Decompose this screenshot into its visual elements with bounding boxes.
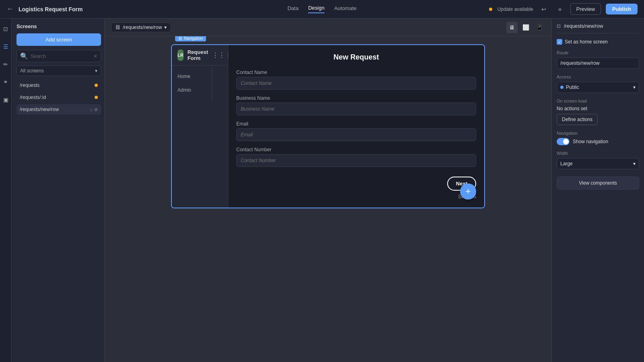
label-email: Email: [236, 121, 476, 127]
publish-button[interactable]: Publish: [606, 4, 638, 14]
label-business-name: Business Name: [236, 95, 476, 101]
preview-frame: ⛓ Navigation LR Request Form ⋮⋮⋮ Home Ad…: [171, 44, 485, 208]
set-home-row[interactable]: ✓ Set as home screen: [557, 39, 639, 45]
canvas-area: ⛓ Navigation LR Request Form ⋮⋮⋮ Home Ad…: [105, 36, 551, 362]
chevron-down-icon-route: ▾: [164, 25, 167, 30]
topbar-right: Update available ↩ ⎆ Preview Publish: [489, 3, 638, 15]
update-label: Update available: [497, 6, 533, 12]
component-icon[interactable]: ▣: [0, 94, 11, 105]
screen-item-requests-id[interactable]: /requests/:id: [17, 92, 101, 103]
nav-item-home[interactable]: Home: [172, 70, 212, 82]
tab-automate[interactable]: Automate: [334, 5, 357, 13]
form-group-contact-name: Contact Name: [236, 70, 476, 90]
panel-screen-icon: ⊡: [557, 23, 561, 29]
access-section: Access Public ▾: [557, 74, 639, 93]
preview-content: New Request Contact Name Business Name E…: [228, 45, 484, 208]
lock-icon-sm: ⊘: [94, 107, 98, 112]
tab-data[interactable]: Data: [287, 5, 298, 13]
left-sidebar: ⊡ ☰ ✏ ⚭ ▣ Screens Add screen 🔍 ✕ All scr…: [0, 19, 105, 362]
set-home-checkbox[interactable]: ✓: [557, 39, 562, 45]
route-pill[interactable]: ⛓ /requests/new/row ▾: [111, 23, 171, 32]
input-business-name[interactable]: [236, 103, 476, 115]
screens-title: Screens: [17, 23, 101, 29]
preview-nav-header: LR Request Form ⋮⋮⋮: [172, 45, 228, 66]
navigation-label: Navigation: [557, 131, 639, 136]
view-components-button[interactable]: View components: [557, 177, 639, 189]
update-dot: [489, 8, 492, 11]
app-title: Logistics Request Form: [19, 6, 484, 12]
link-icon[interactable]: ⚭: [0, 76, 11, 88]
input-contact-name[interactable]: [236, 77, 476, 90]
tab-design[interactable]: Design: [308, 5, 324, 13]
pencil-icon[interactable]: ✏: [0, 59, 11, 70]
access-label: Access: [557, 74, 639, 79]
canvas-view-toggles: 🖥 ⬜ 📱: [506, 22, 545, 33]
screen-path-requests-id: /requests/:id: [20, 95, 46, 100]
width-select[interactable]: Large ▾: [557, 158, 639, 169]
width-value: Large: [560, 161, 573, 167]
nav-logo: LR: [178, 49, 184, 61]
on-screen-load-section: On screen load No actions set Define act…: [557, 99, 639, 125]
access-chevron-icon: ▾: [633, 84, 636, 90]
chevron-down-icon: ▾: [95, 68, 97, 74]
undo-button[interactable]: ↩: [538, 4, 549, 15]
width-label: Width: [557, 151, 639, 156]
form-group-business-name: Business Name: [236, 95, 476, 115]
screens-panel: Screens Add screen 🔍 ✕ All screens ▾ /re…: [12, 19, 106, 362]
topbar-tabs: Data Design Automate: [287, 5, 357, 13]
back-button[interactable]: ←: [6, 5, 14, 13]
search-icon: 🔍: [20, 52, 28, 60]
form-group-email: Email: [236, 121, 476, 141]
search-input[interactable]: [31, 53, 91, 59]
route-label: Route: [557, 50, 639, 55]
main-layout: ⊡ ☰ ✏ ⚭ ▣ Screens Add screen 🔍 ✕ All scr…: [0, 19, 644, 362]
form-actions: Next Step 1/5: [236, 177, 476, 200]
input-email[interactable]: [236, 128, 476, 141]
navigation-section: Navigation Show navigation: [557, 131, 639, 145]
define-actions-button[interactable]: Define actions: [557, 114, 598, 125]
label-contact-number: Contact Number: [236, 147, 476, 152]
desktop-view-button[interactable]: 🖥: [506, 22, 518, 33]
width-section: Width Large ▾: [557, 151, 639, 169]
screen-item-new-row[interactable]: /requests/new/row ⌂ ⊘: [17, 104, 101, 115]
right-panel-header: ⊡ /requests/new/row: [557, 23, 639, 33]
input-contact-number[interactable]: [236, 154, 476, 167]
tablet-view-button[interactable]: ⬜: [520, 22, 531, 33]
nav-app-title: Request Form: [188, 49, 208, 61]
panel-route-label: /requests/new/row: [564, 23, 603, 29]
access-dot: [560, 86, 564, 89]
show-navigation-row: Show navigation: [557, 138, 639, 145]
show-navigation-toggle[interactable]: [557, 138, 570, 145]
sidebar-icon-bar: ⊡ ☰ ✏ ⚭ ▣: [0, 19, 12, 362]
link-icon-sm: ⛓: [116, 25, 120, 30]
filter-dropdown[interactable]: All screens ▾: [17, 66, 101, 76]
route-section: Route: [557, 50, 639, 69]
canvas-wrapper: ⛓ Navigation LR Request Form ⋮⋮⋮ Home Ad…: [171, 44, 485, 208]
fab-add-button[interactable]: +: [460, 183, 476, 200]
screen-status-dot: [95, 84, 98, 87]
form-group-contact-number: Contact Number: [236, 147, 476, 167]
add-screen-button[interactable]: Add screen: [17, 33, 101, 46]
share-button[interactable]: ⎆: [554, 4, 566, 15]
preview-nav-panel: LR Request Form ⋮⋮⋮ Home Admin: [172, 45, 228, 208]
screen-list: /requests /requests/:id /requests/new/ro…: [17, 80, 101, 115]
canvas-route-label: /requests/new/row: [123, 25, 162, 30]
screen-item-requests[interactable]: /requests: [17, 80, 101, 90]
mobile-view-button[interactable]: 📱: [534, 22, 545, 33]
search-box: 🔍 ✕: [17, 50, 101, 62]
access-select[interactable]: Public ▾: [557, 82, 639, 93]
on-screen-load-label: On screen load: [557, 99, 639, 103]
nav-item-admin[interactable]: Admin: [172, 84, 212, 96]
canvas-topbar: ⛓ /requests/new/row ▾ 🖥 ⬜ 📱: [105, 19, 551, 36]
set-home-label: Set as home screen: [565, 39, 608, 45]
layers-icon[interactable]: ☰: [0, 41, 11, 52]
center-canvas: ⛓ /requests/new/row ▾ 🖥 ⬜ 📱 ⛓ Navigation: [105, 19, 551, 362]
route-input[interactable]: [557, 58, 639, 69]
set-home-section: ✓ Set as home screen: [557, 39, 639, 45]
preview-sidebar-left: Home Admin: [172, 66, 212, 101]
screens-icon[interactable]: ⊡: [0, 23, 11, 35]
screen-path-new-row: /requests/new/row: [20, 107, 59, 112]
home-icon-sm: ⌂: [90, 107, 93, 112]
search-clear-icon[interactable]: ✕: [93, 53, 97, 59]
preview-button[interactable]: Preview: [570, 3, 601, 15]
